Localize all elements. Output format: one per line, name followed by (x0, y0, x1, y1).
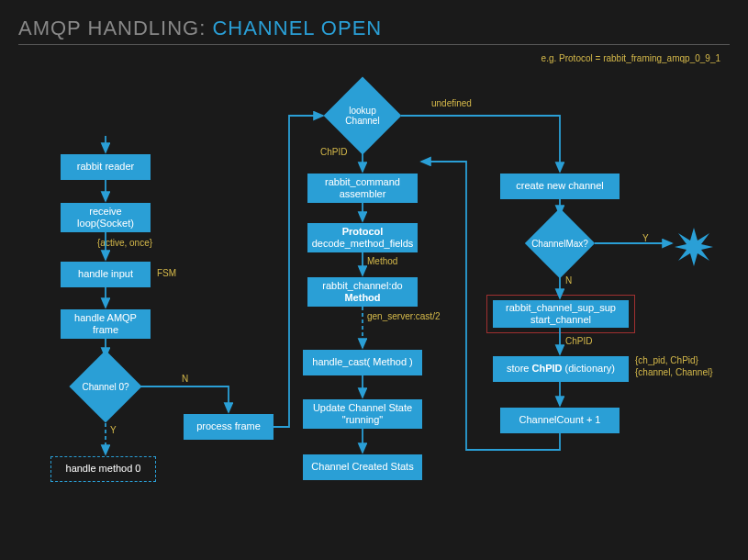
title-part1: AMQP HANDLING: (18, 17, 212, 39)
protocol-decode-text: decode_method_fields (312, 238, 414, 249)
label-y-col3: Y (642, 233, 649, 243)
lookup-channel-label: lookup Channel (335, 106, 390, 126)
node-create-new-channel: create new channel (500, 174, 620, 199)
label-gen-server-cast: gen_server:cast/2 (367, 311, 441, 321)
label-method: Method (367, 256, 397, 266)
starburst-icon (675, 228, 713, 270)
svg-marker-0 (675, 228, 713, 266)
node-update-state: Update Channel State "running" (303, 399, 422, 429)
title-part2: CHANNEL OPEN (212, 17, 382, 39)
node-store-chpid: store ChPID (dictionary) (493, 356, 629, 382)
label-y-col1: Y (110, 425, 117, 435)
channel-max-label: ChannelMax? (531, 239, 588, 249)
flowchart-canvas: rabbit reader receive loop(Socket) {acti… (0, 64, 748, 560)
node-receive-loop: receive loop(Socket) (61, 203, 151, 232)
page-title: AMQP HANDLING: CHANNEL OPEN (18, 17, 382, 40)
label-n-col3: N (565, 275, 572, 286)
node-handle-cast: handle_cast( Method ) (303, 350, 422, 375)
node-rabbit-reader: rabbit reader (61, 154, 151, 180)
title-divider (18, 44, 730, 45)
label-chpid-col2: ChPID (320, 147, 347, 157)
node-handle-amqp: handle AMQP frame (61, 309, 151, 339)
node-handle-input: handle input (61, 262, 151, 287)
label-undefined: undefined (431, 98, 472, 108)
label-fsm: FSM (157, 268, 176, 278)
protocol-note: e.g. Protocol = rabbit_framing_amqp_0_9_… (541, 53, 720, 63)
node-handle-method-0: handle method 0 (50, 456, 156, 482)
label-dict-note: {ch_pid, ChPid}{channel, Channel} (635, 354, 713, 378)
label-active-once: {active, once} (97, 238, 152, 248)
label-n-col1: N (182, 374, 188, 384)
node-channel-count: ChannelCount + 1 (500, 408, 620, 433)
label-chpid-col3: ChPID (565, 336, 592, 346)
node-process-frame: process frame (184, 414, 274, 440)
node-channel-created-stats: Channel Created Stats (303, 454, 422, 480)
node-rabbit-channel-do: rabbit_channel:doMethod (307, 277, 418, 307)
node-protocol-decode: Protocoldecode_method_fields (307, 223, 418, 252)
node-sup-sup: rabbit_channel_sup_sup start_channel (493, 300, 629, 328)
node-rabbit-command-assembler: rabbit_command assembler (307, 174, 418, 203)
channel0-label: Channel 0? (82, 382, 128, 392)
